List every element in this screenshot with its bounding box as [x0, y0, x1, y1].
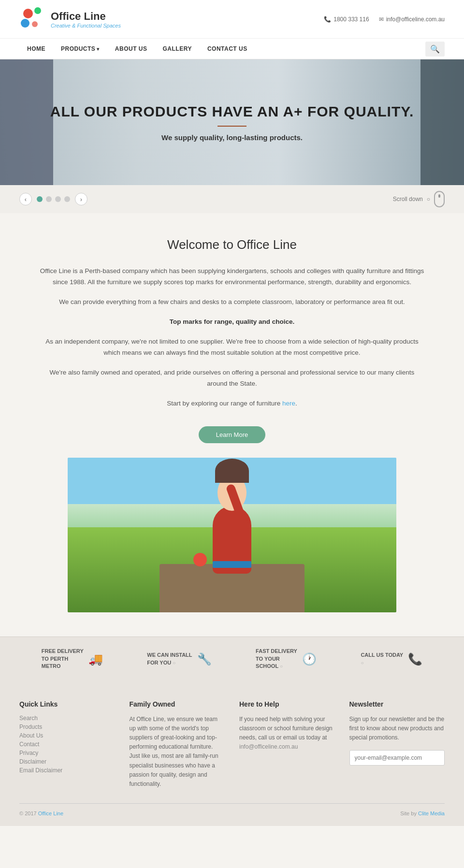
- footer-link-disclaimer[interactable]: Disclaimer: [19, 758, 115, 765]
- footer-columns: Quick Links Search Products About Us Con…: [19, 700, 445, 789]
- nav-home[interactable]: HOME: [19, 39, 53, 59]
- welcome-para5: We're also family owned and operated, an…: [39, 367, 425, 390]
- clite-media-link[interactable]: Clite Media: [418, 810, 445, 816]
- footer-link-search[interactable]: Search: [19, 715, 115, 722]
- svg-point-2: [21, 19, 29, 28]
- logo[interactable]: Office Line Creative & Functional Spaces: [19, 6, 121, 32]
- feature-delivery: FREE DELIVERYTO PERTHMETRO 🚚: [42, 648, 103, 670]
- phone-icon: 📞: [324, 16, 331, 23]
- svg-point-0: [23, 9, 33, 18]
- carousel-prev[interactable]: ‹: [19, 193, 32, 205]
- carousel-dot-2[interactable]: [46, 196, 52, 202]
- logo-name: Office Line: [51, 10, 121, 23]
- welcome-para3: Top marks for range, quality and choice.: [39, 317, 425, 328]
- search-button[interactable]: 🔍: [425, 42, 445, 57]
- nav-gallery[interactable]: GALLERY: [155, 39, 200, 59]
- scroll-down-icon: ○: [427, 196, 430, 203]
- feature-fast-delivery-text: FAST DELIVERYTO YOURSCHOOL ○: [256, 648, 297, 670]
- footer-here-to-help: Here to Help If you need help with solvi…: [239, 700, 335, 789]
- nav-about[interactable]: ABOUT US: [107, 39, 155, 59]
- logo-icon: [19, 6, 46, 32]
- family-owned-heading: Family Owned: [130, 700, 225, 708]
- carousel-next[interactable]: ›: [75, 193, 87, 205]
- footer-link-contact[interactable]: Contact: [19, 741, 115, 748]
- scroll-down: Scroll down ○: [393, 191, 445, 207]
- carousel-dot-4[interactable]: [64, 196, 70, 202]
- here-to-help-heading: Here to Help: [239, 700, 335, 708]
- welcome-para2: We can provide everything from a few cha…: [39, 297, 425, 308]
- scroll-down-label: Scroll down: [393, 196, 423, 203]
- clock-icon: 🕐: [302, 652, 317, 666]
- hero-content: ALL OUR PRODUCTS HAVE AN A+ FOR QUALITY.…: [50, 103, 414, 142]
- feature-fast-delivery: FAST DELIVERYTO YOURSCHOOL ○ 🕐: [256, 648, 317, 670]
- footer-link-about[interactable]: About Us: [19, 732, 115, 739]
- hero-title: ALL OUR PRODUCTS HAVE AN A+ FOR QUALITY.: [50, 103, 414, 120]
- carousel-dot-3[interactable]: [55, 196, 61, 202]
- main-nav: HOME PRODUCTS ▾ ABOUT US GALLERY CONTACT…: [0, 39, 464, 59]
- newsletter-email-input[interactable]: [349, 750, 445, 766]
- hero-subtitle: We supply quality, long-lasting products…: [50, 133, 414, 142]
- scroll-dot: [438, 194, 440, 198]
- carousel-dots: [37, 196, 70, 202]
- nav-contact[interactable]: CONTACT US: [200, 39, 255, 59]
- header-contact: 📞 1800 333 116 ✉ info@officeline.com.au: [324, 16, 445, 23]
- truck-icon: 🚚: [88, 652, 103, 666]
- newsletter-heading: Newsletter: [349, 700, 445, 708]
- family-owned-text: At Office Line, we ensure we team up wit…: [130, 715, 225, 789]
- svg-point-1: [34, 7, 41, 14]
- feature-install-text: WE CAN INSTALLFOR YOU ○: [147, 651, 192, 666]
- feature-delivery-text: FREE DELIVERYTO PERTHMETRO: [42, 648, 84, 670]
- learn-more-button[interactable]: Learn More: [199, 426, 265, 443]
- footer-email-link[interactable]: info@officeline.com.au: [239, 742, 335, 752]
- feature-call-text: CALL US TODAY○: [361, 651, 403, 666]
- welcome-para4: As an independent company, we're not lim…: [39, 336, 425, 359]
- site-footer: Quick Links Search Products About Us Con…: [0, 681, 464, 826]
- hero-divider: [218, 126, 246, 127]
- welcome-para6: Start by exploring our range of furnitur…: [39, 398, 425, 409]
- hero-banner: ALL OUR PRODUCTS HAVE AN A+ FOR QUALITY.…: [0, 59, 464, 185]
- footer-quick-links: Quick Links Search Products About Us Con…: [19, 700, 115, 789]
- welcome-heading: Welcome to Office Line: [39, 237, 425, 252]
- phone-icon: 📞: [408, 652, 422, 666]
- carousel-dot-1[interactable]: [37, 196, 43, 202]
- email-address: ✉ info@officeline.com.au: [379, 16, 445, 23]
- footer-link-email-disclaimer[interactable]: Email Disclaimer: [19, 767, 115, 774]
- feature-call: CALL US TODAY○ 📞: [361, 651, 422, 666]
- footer-family-owned: Family Owned At Office Line, we ensure w…: [130, 700, 225, 789]
- footer-link-privacy[interactable]: Privacy: [19, 750, 115, 756]
- newsletter-text: Sign up for our newsletter and be the fi…: [349, 715, 445, 743]
- quick-links-heading: Quick Links: [19, 700, 115, 708]
- logo-tagline: Creative & Functional Spaces: [51, 23, 121, 29]
- welcome-section: Welcome to Office Line Office Line is a …: [0, 213, 464, 637]
- classroom-image: [68, 458, 396, 612]
- chevron-down-icon: ▾: [97, 46, 100, 52]
- site-header: Office Line Creative & Functional Spaces…: [0, 0, 464, 39]
- welcome-para1: Office Line is a Perth-based company whi…: [39, 266, 425, 288]
- wrench-icon: 🔧: [197, 652, 212, 666]
- copyright: © 2017 Office Line: [19, 810, 63, 816]
- site-by: Site by Clite Media: [400, 810, 445, 816]
- features-bar: FREE DELIVERYTO PERTHMETRO 🚚 WE CAN INST…: [0, 637, 464, 680]
- nav-products[interactable]: PRODUCTS ▾: [53, 39, 107, 59]
- footer-link-products[interactable]: Products: [19, 723, 115, 730]
- footer-newsletter: Newsletter Sign up for our newsletter an…: [349, 700, 445, 789]
- footer-bottom: © 2017 Office Line Site by Clite Media: [19, 803, 445, 816]
- svg-point-3: [32, 21, 38, 27]
- here-to-help-text: If you need help with solving your class…: [239, 715, 335, 752]
- here-link[interactable]: here: [282, 400, 295, 407]
- phone-number: 📞 1800 333 116: [324, 16, 369, 23]
- logo-text: Office Line Creative & Functional Spaces: [51, 10, 121, 29]
- email-icon: ✉: [379, 16, 384, 23]
- scroll-mouse-icon: [434, 191, 445, 207]
- carousel-controls: ‹ › Scroll down ○: [0, 185, 464, 213]
- feature-install: WE CAN INSTALLFOR YOU ○ 🔧: [147, 651, 211, 666]
- footer-brand-link[interactable]: Office Line: [38, 810, 63, 816]
